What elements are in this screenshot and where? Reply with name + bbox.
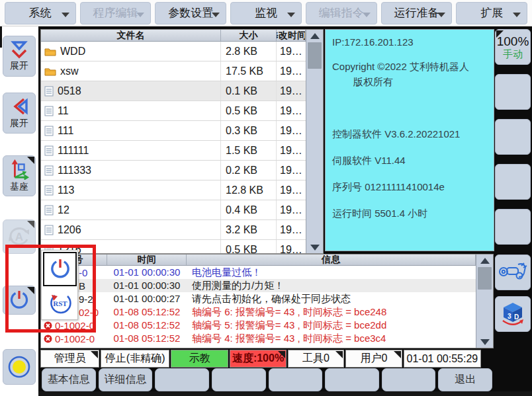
controller-version: 控制器软件 V3.6.2.20221021 xyxy=(332,128,487,141)
file-name: 111 xyxy=(58,125,73,137)
file-size: 0.5 KB xyxy=(221,101,277,120)
teach-mode-label: 示教 xyxy=(189,352,210,366)
chevron-down-icon xyxy=(287,13,295,17)
menu-run-prepare[interactable]: 运行准备 xyxy=(381,2,453,24)
user-frame-button[interactable]: 用户0 xyxy=(345,350,402,368)
log-message: 请先点击初始化，确保处于同步状态 xyxy=(187,292,476,305)
table-row[interactable]: xsw 17.5 KB 19… xyxy=(41,61,306,81)
log-time: 01-08 05:12:52 xyxy=(107,345,187,348)
table-row[interactable]: 11 0.5 KB 19… xyxy=(41,101,306,121)
log-row[interactable]: 02-0 01-08 05:12:52 轴编号 6: 报警编号= 43 , 时间… xyxy=(41,305,476,319)
power-flyout-menu: RST xyxy=(41,250,78,320)
scroll-down-icon[interactable] xyxy=(306,241,323,253)
table-row[interactable]: WDD 2.8 KB 19… xyxy=(41,42,306,61)
log-row[interactable]: -0 01-01 00:00:30 电池电量过低！ xyxy=(41,266,476,279)
side-slot-button[interactable] xyxy=(495,164,531,200)
chevron-down-icon xyxy=(62,13,69,17)
file-table-header[interactable]: 文件名 大小 修改时间 xyxy=(41,30,306,42)
table-row[interactable]: 111111 1.5 KB 19… xyxy=(41,141,306,161)
side-slot-button[interactable] xyxy=(495,209,531,245)
power-button[interactable] xyxy=(3,286,36,315)
status-lamp-button[interactable] xyxy=(3,349,36,385)
side-slot-button[interactable] xyxy=(495,74,531,110)
log-row[interactable]: 9-2 01-01 00:00:27 请先点击初始化，确保处于同步状态 xyxy=(41,292,476,305)
log-table-scrollbar[interactable] xyxy=(476,255,493,348)
ip-address: IP:172.16.201.123 xyxy=(332,36,487,48)
file-header-size[interactable]: 大小 xyxy=(221,30,277,41)
file-header-time-label: 修改时间 xyxy=(277,30,306,41)
log-row[interactable]: B 01-01 00:00:30 使用测量的力/力矩！ xyxy=(41,279,476,292)
speed-mode-button[interactable]: 100% 手动 xyxy=(495,29,531,65)
status-lamp-icon xyxy=(6,354,32,380)
log-row[interactable]: 0-1002-0 01-08 05:12:52 … xyxy=(41,345,476,348)
menu-system[interactable]: 系统 xyxy=(5,2,76,24)
corner-triangle-icon xyxy=(91,351,98,358)
table-row[interactable]: 0518 0.1 KB 19… xyxy=(41,81,306,101)
menu-parameter-settings[interactable]: 参数设置 xyxy=(155,2,226,24)
file-header-name[interactable]: 文件名 xyxy=(41,30,221,41)
file-icon xyxy=(44,145,54,156)
tab-exit[interactable]: 退出 xyxy=(438,368,492,391)
table-row[interactable]: 1216 0.5 KB 19… xyxy=(41,240,306,253)
file-mtime: 19… xyxy=(277,161,306,180)
teach-pendant-button[interactable] xyxy=(495,255,531,290)
file-header-time[interactable]: 修改时间 xyxy=(277,30,306,41)
table-row[interactable]: 111333 0.2 KB 19… xyxy=(41,161,306,180)
log-table-header: 编号 时间 信息 xyxy=(41,255,476,266)
file-mtime: 19… xyxy=(277,200,306,219)
tab-basic-info[interactable]: 基本信息 xyxy=(42,368,96,391)
reset-option-button[interactable]: RST xyxy=(43,289,77,318)
teach-mode-indicator: 示教 xyxy=(171,350,228,368)
menu-extend[interactable]: 扩展 xyxy=(456,2,527,24)
scroll-up-icon[interactable] xyxy=(306,30,323,42)
log-num: 0-1002-0 xyxy=(55,333,95,345)
user-frame-label: 用户0 xyxy=(361,352,388,366)
user-role-button[interactable]: 管理员 xyxy=(40,350,99,368)
teach-pendant-icon xyxy=(498,259,528,286)
scroll-up-icon[interactable] xyxy=(476,255,493,266)
menu-monitor[interactable]: 监视 xyxy=(230,2,302,24)
serial-number: 序列号 01211111410014e xyxy=(332,181,487,194)
corner-notch xyxy=(0,26,2,48)
tool-frame-button[interactable]: 工具0 xyxy=(288,350,344,368)
svg-text:A: A xyxy=(15,231,23,243)
file-size: 0.3 KB xyxy=(221,121,277,140)
scroll-down-icon[interactable] xyxy=(476,336,493,348)
scrollbar-thumb[interactable] xyxy=(478,267,492,290)
corner-triangle-icon xyxy=(278,351,285,358)
run-time: 运行时间 5501.4 小时 xyxy=(332,208,487,220)
expand-left-button[interactable]: 展开 xyxy=(3,93,36,134)
base-frame-button[interactable]: 基座 xyxy=(3,155,36,196)
file-table-scrollbar[interactable] xyxy=(306,30,323,253)
expand-down-button[interactable]: 展开 xyxy=(3,36,36,77)
log-message: 轴编号 5: 报警编号= 43 , 时间标志 = bce2dd xyxy=(187,319,476,332)
table-row[interactable]: 111 0.3 KB 19… xyxy=(41,121,306,141)
view-3d-button[interactable]: 3 D xyxy=(495,296,531,332)
file-name: WDD xyxy=(60,46,85,58)
speed-button[interactable]: 速度:100% xyxy=(230,350,286,368)
file-size: 12.8 KB xyxy=(221,180,277,200)
folder-icon xyxy=(44,47,56,56)
servo-version: 伺服软件 V11.44 xyxy=(332,155,487,167)
log-time: 01-08 05:12:52 xyxy=(107,319,187,332)
corner-triangle-icon xyxy=(27,287,34,294)
side-slot-button[interactable] xyxy=(495,119,531,155)
base-frame-label: 基座 xyxy=(10,181,28,193)
file-mtime: 19… xyxy=(277,61,306,81)
system-info-panel: IP:172.16.201.123 Copyright ©2022 艾利特机器人… xyxy=(325,29,494,251)
table-row[interactable]: 12 0.4 KB 19… xyxy=(41,200,306,220)
table-row[interactable]: 113 12.8 KB 19… xyxy=(41,180,306,200)
log-row[interactable]: 0-1002-0 01-08 05:12:52 轴编号 5: 报警编号= 43 … xyxy=(41,319,476,332)
log-row[interactable]: 0-1002-0 01-08 05:12:52 轴编号 4: 报警编号= 43 … xyxy=(41,332,476,345)
file-size: 17.5 KB xyxy=(221,61,277,81)
corner-triangle-icon xyxy=(27,157,34,164)
scrollbar-thumb[interactable] xyxy=(308,42,322,69)
chevron-down-icon xyxy=(212,13,220,17)
file-mtime: 19… xyxy=(277,220,306,239)
datetime-label: 01-01 00:55:29 xyxy=(407,353,478,365)
tab-detail-info[interactable]: 详细信息 xyxy=(99,368,153,391)
auto-loop-icon: A xyxy=(7,225,32,249)
file-name: 111111 xyxy=(58,145,89,157)
power-option-button[interactable] xyxy=(43,252,77,286)
table-row[interactable]: 1206 3.2 KB 19… xyxy=(41,220,306,240)
